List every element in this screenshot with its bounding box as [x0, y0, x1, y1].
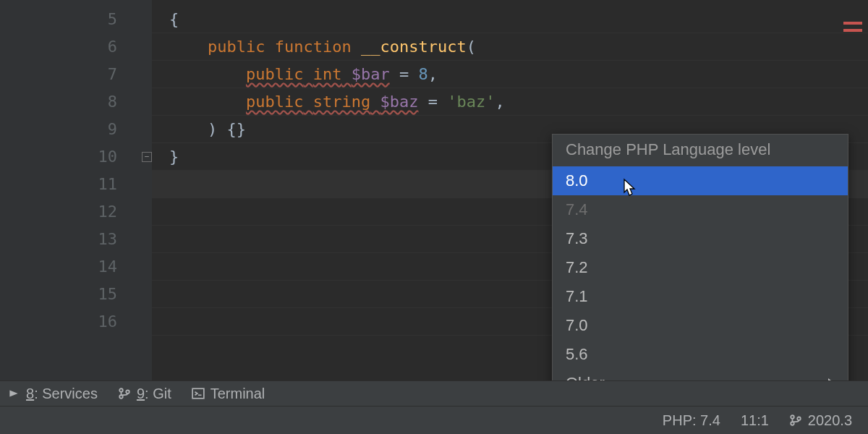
error-stripe-marker[interactable] — [843, 22, 862, 25]
git-branch-icon — [118, 387, 131, 400]
gutter: 5678910111213141516 — [0, 0, 152, 434]
status-branch[interactable]: 2020.3 — [789, 412, 852, 429]
popup-items: 8.07.47.37.27.17.05.6Older... — [553, 166, 848, 398]
line-number: 11 — [0, 171, 122, 198]
code-token: } — [169, 148, 179, 166]
line-number: 10 — [0, 143, 122, 171]
code-line[interactable]: public int $bar = 8, — [152, 61, 868, 88]
code-token — [341, 65, 351, 83]
terminal-icon — [192, 387, 205, 400]
popup-item: 7.4 — [553, 195, 848, 224]
popup-item-label: 7.2 — [566, 258, 588, 276]
popup-item[interactable]: 7.3 — [553, 224, 848, 253]
line-number: 15 — [0, 281, 122, 308]
code-token — [352, 38, 361, 56]
popup-item-label: 7.1 — [566, 287, 588, 305]
code-token: function — [275, 38, 352, 56]
line-number: 8 — [0, 88, 122, 116]
line-number: 7 — [0, 61, 122, 88]
code-token: ) {} — [208, 120, 246, 138]
code-token: int — [313, 65, 342, 83]
popup-item-label: 7.3 — [566, 229, 588, 247]
code-token: public — [246, 65, 303, 83]
popup-item[interactable]: 7.1 — [553, 282, 848, 311]
code-token: public — [208, 38, 265, 56]
line-number: 9 — [0, 116, 122, 143]
code-token: public — [246, 93, 303, 111]
code-token — [303, 65, 312, 83]
status-ide-version: 2020.3 — [808, 412, 852, 429]
tool-window-button[interactable]: 9: Git — [118, 386, 171, 402]
status-php-level[interactable]: PHP: 7.4 — [663, 412, 720, 429]
git-branch-icon — [789, 414, 802, 427]
code-token — [370, 93, 380, 111]
code-token: , — [495, 93, 504, 111]
code-token: = — [418, 93, 447, 111]
popup-item-label: 8.0 — [566, 171, 588, 190]
fold-handle[interactable] — [142, 152, 152, 162]
code-line[interactable]: { — [152, 6, 868, 33]
line-number: 5 — [0, 6, 122, 33]
line-number: 12 — [0, 198, 122, 226]
line-number: 16 — [0, 308, 122, 336]
code-token: 8 — [418, 65, 427, 83]
code-token — [303, 93, 312, 111]
code-token: $bar — [352, 65, 390, 83]
code-line[interactable]: public function __construct( — [152, 33, 868, 61]
tool-window-button[interactable]: Terminal — [192, 386, 265, 402]
code-token — [265, 38, 274, 56]
code-token: string — [313, 93, 370, 111]
popup-item-label: 7.0 — [566, 316, 588, 334]
popup-item[interactable]: 7.0 — [553, 311, 848, 340]
code-token: { — [169, 10, 179, 28]
tool-window-label: 9: Git — [137, 386, 171, 402]
code-token: ( — [467, 38, 476, 56]
tool-window-bar: 8: Services9: GitTerminal — [0, 380, 868, 407]
error-stripe-marker[interactable] — [843, 29, 862, 32]
popup-item[interactable]: 7.2 — [553, 253, 848, 282]
editor: 5678910111213141516 { public function __… — [0, 0, 868, 434]
popup-item-label: 7.4 — [566, 200, 588, 218]
tool-window-button[interactable]: 8: Services — [7, 386, 98, 402]
status-bar: PHP: 7.4 11:1 2020.3 — [0, 407, 868, 434]
status-caret-position[interactable]: 11:1 — [741, 412, 769, 429]
line-number: 14 — [0, 253, 122, 281]
line-number: 13 — [0, 226, 122, 253]
code-token: , — [428, 65, 438, 83]
tool-window-label: 8: Services — [26, 386, 98, 402]
code-token: __construct — [361, 38, 467, 56]
code-token: 'baz' — [447, 93, 495, 111]
popup-title: Change PHP Language level — [553, 135, 848, 166]
language-level-popup: Change PHP Language level 8.07.47.37.27.… — [552, 134, 848, 399]
tool-window-label: Terminal — [210, 386, 265, 402]
popup-item-label: 5.6 — [566, 345, 588, 363]
services-icon — [7, 387, 20, 400]
popup-item[interactable]: 8.0 — [553, 166, 848, 195]
popup-item[interactable]: 5.6 — [553, 340, 848, 369]
line-number: 6 — [0, 33, 122, 61]
code-line[interactable]: public string $baz = 'baz', — [152, 88, 868, 116]
code-token: $baz — [380, 93, 418, 111]
code-token: = — [390, 65, 419, 83]
